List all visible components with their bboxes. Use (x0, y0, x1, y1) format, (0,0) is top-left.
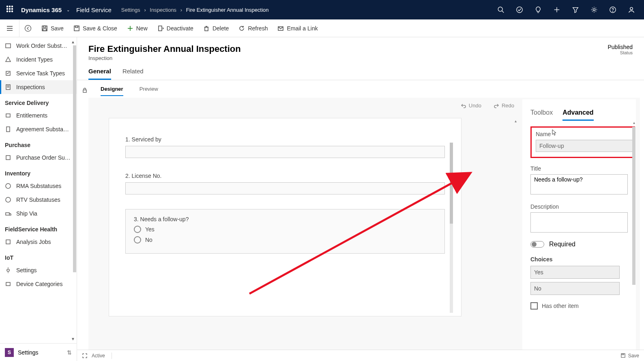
nav-footer-label: Settings (18, 349, 39, 356)
svg-point-2 (12, 6, 13, 7)
choice-2-input[interactable] (530, 282, 620, 295)
main-area: Fire Extinguisher Annual Inspection Insp… (77, 37, 644, 361)
nav-label: Agreement Substa… (16, 126, 69, 132)
choices-label: Choices (530, 256, 634, 263)
global-topbar: Dynamics 365 ⌄ Field Service Settings › … (0, 0, 644, 19)
svg-rect-26 (74, 26, 79, 31)
deactivate-button[interactable]: Deactivate (157, 25, 193, 32)
crumb-2[interactable]: Inspections (150, 7, 176, 13)
question-1-input[interactable] (125, 146, 445, 158)
new-button[interactable]: New (127, 25, 148, 32)
svg-rect-27 (75, 26, 78, 28)
question-2-input[interactable] (125, 182, 445, 194)
brand-caret-icon[interactable]: ⌄ (67, 8, 76, 12)
form-canvas[interactable]: 1. Serviced by 2. License No. 3. Needs a… (109, 118, 462, 316)
refresh-button[interactable]: Refresh (238, 25, 268, 32)
svg-rect-40 (6, 114, 10, 117)
tab-preview[interactable]: Preview (140, 84, 158, 96)
panel-scroll-up[interactable]: ▴ (633, 120, 635, 125)
panel-scrollbar[interactable] (632, 127, 635, 285)
hasother-checkbox[interactable] (530, 302, 538, 310)
brand-label[interactable]: Dynamics 365 (16, 6, 67, 13)
cursor-icon (552, 129, 557, 136)
footer-save-button[interactable]: Save (620, 353, 639, 359)
nav-item-incident[interactable]: Incident Types (0, 53, 77, 66)
tab-designer[interactable]: Designer (101, 84, 123, 96)
crumb-1[interactable]: Settings (121, 7, 140, 13)
nav-label: RTV Substatuses (16, 197, 60, 203)
tab-general[interactable]: General (88, 68, 111, 80)
help-icon[interactable] (603, 0, 622, 19)
app-launcher-icon[interactable] (3, 5, 16, 14)
nav-item-shipvia[interactable]: Ship Via (0, 207, 77, 220)
radio-no[interactable]: No (134, 236, 436, 244)
nav-item-rtv[interactable]: RTV Substatuses (0, 193, 77, 207)
tab-toolbox[interactable]: Toolbox (530, 109, 553, 121)
canvas-scrollbar[interactable] (450, 143, 453, 313)
redo-button[interactable]: Redo (494, 103, 514, 109)
svg-rect-25 (43, 29, 46, 31)
tab-advanced[interactable]: Advanced (562, 109, 593, 121)
canvas-scroll-up[interactable]: ▴ (513, 119, 517, 123)
nav-group-service: Service Delivery (0, 94, 77, 109)
svg-point-22 (25, 25, 31, 31)
tab-related[interactable]: Related (122, 68, 144, 80)
svg-point-7 (9, 11, 11, 12)
svg-point-11 (517, 7, 522, 13)
nav-item-iot-settings[interactable]: Settings (0, 263, 77, 277)
task-icon[interactable] (510, 0, 529, 19)
radio-yes[interactable]: Yes (134, 226, 436, 233)
nav-item-wosubst[interactable]: Work Order Subst… (0, 39, 77, 53)
svg-rect-46 (6, 240, 10, 244)
svg-rect-51 (83, 90, 86, 92)
nav-footer-updown-icon[interactable]: ⇅ (67, 349, 72, 356)
save-button[interactable]: Save (41, 25, 64, 32)
nav-item-inspections[interactable]: Inspections (0, 80, 77, 94)
email-link-button[interactable]: Email a Link (277, 25, 318, 32)
nav-item-rma[interactable]: RMA Substatuses (0, 179, 77, 193)
nav-scroll-down[interactable]: ▼ (70, 336, 76, 342)
nav-area-switcher[interactable]: S Settings ⇅ (0, 343, 77, 361)
nav-label: Settings (16, 267, 37, 273)
nav-scroll-up[interactable]: ▲ (70, 39, 76, 45)
description-input[interactable] (530, 212, 628, 233)
svg-point-15 (593, 9, 595, 11)
nav-item-device-cat[interactable]: Device Categories (0, 277, 77, 291)
hamburger-icon[interactable] (0, 19, 19, 37)
back-button[interactable] (24, 25, 32, 32)
question-3-selected[interactable]: 3. Needs a follow-up? Yes No (125, 209, 445, 254)
nav-item-analysis[interactable]: Analysis Jobs (0, 235, 77, 249)
nav-item-agreement[interactable]: Agreement Substa… (0, 122, 77, 136)
bulb-icon[interactable] (529, 0, 547, 19)
required-toggle[interactable] (530, 241, 544, 248)
filter-icon[interactable] (566, 0, 585, 19)
module-label[interactable]: Field Service (76, 6, 121, 13)
svg-point-4 (9, 9, 11, 10)
title-input[interactable] (530, 174, 628, 194)
nav-label: Work Order Subst… (16, 43, 67, 49)
radio-icon (134, 226, 141, 233)
user-icon[interactable] (622, 0, 641, 19)
nav-item-entitlements[interactable]: Entitlements (0, 109, 77, 122)
gear-icon[interactable] (585, 0, 603, 19)
nav-scrollbar[interactable] (73, 45, 76, 272)
expand-icon[interactable] (82, 353, 88, 359)
choice-1-input[interactable] (530, 266, 620, 279)
name-input[interactable] (536, 140, 633, 152)
status-value: Published (608, 44, 633, 50)
nav-item-servicetask[interactable]: Service Task Types (0, 66, 77, 80)
nav-item-posub[interactable]: Purchase Order Su… (0, 151, 77, 164)
save-close-button[interactable]: Save & Close (73, 25, 117, 32)
crumb-3: Fire Extinguisher Annual Inspection (186, 7, 269, 13)
delete-button[interactable]: Delete (203, 25, 229, 32)
add-icon[interactable] (547, 0, 566, 19)
designer-canvas: Undo Redo ▴ 1. Serviced by 2. License No… (88, 98, 640, 361)
nav-label: Inspections (16, 84, 45, 90)
undo-button[interactable]: Undo (461, 103, 481, 109)
nav-label: Incident Types (16, 56, 53, 63)
nav-group-inventory: Inventory (0, 164, 77, 179)
name-label: Name (536, 131, 630, 137)
svg-rect-30 (159, 26, 162, 31)
search-icon[interactable] (492, 0, 510, 19)
svg-point-18 (630, 7, 633, 10)
